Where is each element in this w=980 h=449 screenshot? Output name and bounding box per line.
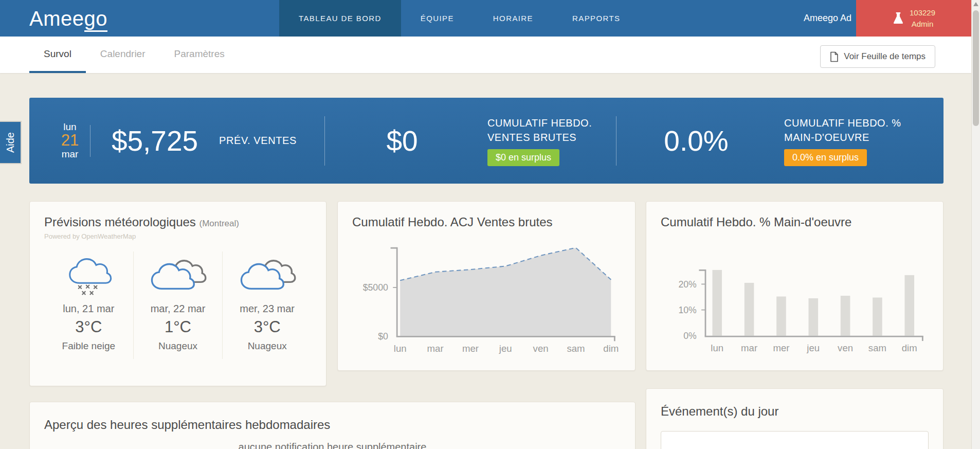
overtime-card: Aperçu des heures supplémentaires hebdom… (29, 402, 636, 449)
ventes-brutes-label: CUMULATIF HEBDO. VENTES BRUTES $0 en sur… (487, 116, 616, 166)
nav-tableau-de-bord[interactable]: TABLEAU DE BORD (279, 0, 401, 37)
tab-calendrier[interactable]: Calendrier (86, 37, 160, 73)
nav-rapports[interactable]: RAPPORTS (553, 0, 640, 37)
weather-location: (Montreal) (199, 219, 239, 228)
weather-day-2: mar, 22 mar 1°C Nuageux (133, 252, 223, 359)
kpi-banner: lun 21 mar $5,725 PRÉV. VENTES $0 CUMULA… (29, 98, 943, 184)
clouds-icon (148, 254, 208, 298)
svg-text:mar: mar (741, 343, 757, 353)
svg-text:dim: dim (902, 343, 917, 353)
ventes-brutes-value: $0 (325, 124, 479, 157)
svg-text:20%: 20% (678, 279, 697, 290)
ameego-dashboard: Ameego TABLEAU DE BORD ÉQUIPE HORAIRE RA… (0, 0, 980, 449)
main-doeuvre-label: CUMULATIF HEBDO. % MAIN-D'OEUVRE 0.0% en… (784, 116, 931, 166)
weather-card: Prévisions météorologiques (Montreal) Po… (29, 201, 326, 386)
weather-day-3: mer, 23 mar 3°C Nuageux (222, 252, 312, 359)
user-menu-label[interactable]: Ameego Ad (804, 0, 851, 37)
svg-text:lun: lun (711, 343, 723, 353)
overtime-empty-message: aucune notification heure supplémentaire (44, 441, 621, 449)
document-icon (830, 51, 839, 62)
svg-text:$0: $0 (378, 331, 388, 342)
sales-chart-title: Cumulatif Hebdo. ACJ Ventes brutes (352, 215, 621, 229)
events-card: Événement(s) du jour (646, 388, 943, 449)
main-doeuvre-surplus-badge: 0.0% en surplus (784, 149, 867, 166)
svg-text:ven: ven (838, 343, 853, 353)
nav-equipe[interactable]: ÉQUIPE (401, 0, 474, 37)
banner-date: lun 21 mar (50, 122, 90, 159)
sub-navigation: Survol Calendrier Paramètres Voir Feuill… (0, 37, 971, 73)
labour-bar-chart: 0%10%20%lunmarmerjeuvensamdim (661, 230, 929, 367)
account-number: 103229 (910, 7, 935, 19)
labour-chart-card: Cumulatif Hebdo. % Main-d'oeuvre 0%10%20… (646, 201, 943, 371)
svg-text:0%: 0% (683, 331, 697, 341)
ameego-logo[interactable]: Ameego (29, 7, 107, 30)
events-card-title: Événement(s) du jour (661, 404, 929, 419)
main-doeuvre-value: 0.0% (616, 124, 776, 157)
svg-text:mar: mar (427, 343, 444, 354)
flask-icon (892, 11, 904, 26)
svg-text:sam: sam (868, 343, 886, 353)
sales-area-chart: $0$5000lunmarmerjeuvensamdim (352, 230, 621, 367)
account-role: Admin (910, 19, 935, 30)
labour-chart-title: Cumulatif Hebdo. % Main-d'oeuvre (661, 215, 929, 229)
banner-date-day: 21 (50, 132, 90, 149)
weather-attribution: Powered by OpenWeatherMap (44, 232, 312, 240)
scrollbar-up-arrow[interactable] (973, 2, 978, 6)
admin-account-badge[interactable]: 103229 Admin (856, 0, 971, 37)
clouds-icon (237, 254, 298, 298)
svg-text:lun: lun (394, 343, 407, 354)
svg-text:jeu: jeu (499, 343, 512, 354)
aide-side-tab[interactable]: Aide (0, 121, 22, 164)
ventes-surplus-badge: $0 en surplus (487, 149, 559, 166)
svg-text:10%: 10% (678, 305, 697, 315)
nav-horaire[interactable]: HORAIRE (474, 0, 553, 37)
tab-survol[interactable]: Survol (29, 37, 86, 73)
svg-text:$5000: $5000 (363, 282, 388, 293)
svg-text:mer: mer (462, 343, 479, 354)
svg-text:mer: mer (773, 343, 789, 353)
top-navbar: Ameego TABLEAU DE BORD ÉQUIPE HORAIRE RA… (0, 0, 980, 37)
svg-text:sam: sam (567, 343, 585, 354)
svg-text:ven: ven (533, 343, 549, 354)
overtime-card-title: Aperçu des heures supplémentaires hebdom… (44, 418, 621, 432)
sales-chart-card: Cumulatif Hebdo. ACJ Ventes brutes $0$50… (337, 201, 636, 371)
snow-cloud-icon (62, 254, 115, 298)
weather-card-title: Prévisions météorologiques (Montreal) (44, 215, 312, 229)
prev-ventes-label: PRÉV. VENTES (219, 135, 324, 147)
svg-text:dim: dim (603, 343, 619, 354)
svg-text:jeu: jeu (806, 343, 820, 353)
vertical-scrollbar[interactable] (971, 0, 980, 449)
prev-ventes-value: $5,725 (90, 124, 219, 157)
tab-parametres[interactable]: Paramètres (160, 37, 239, 73)
main-nav: TABLEAU DE BORD ÉQUIPE HORAIRE RAPPORTS (279, 0, 640, 37)
events-list-box (661, 431, 929, 449)
weather-day-1: lun, 21 mar 3°C Faible neige (44, 252, 133, 359)
weather-forecast: lun, 21 mar 3°C Faible neige mar, 22 mar… (44, 252, 312, 359)
scrollbar-thumb[interactable] (973, 10, 979, 126)
subnav-tabs: Survol Calendrier Paramètres (29, 37, 239, 73)
voir-feuille-de-temps-button[interactable]: Voir Feuille de temps (820, 45, 935, 68)
